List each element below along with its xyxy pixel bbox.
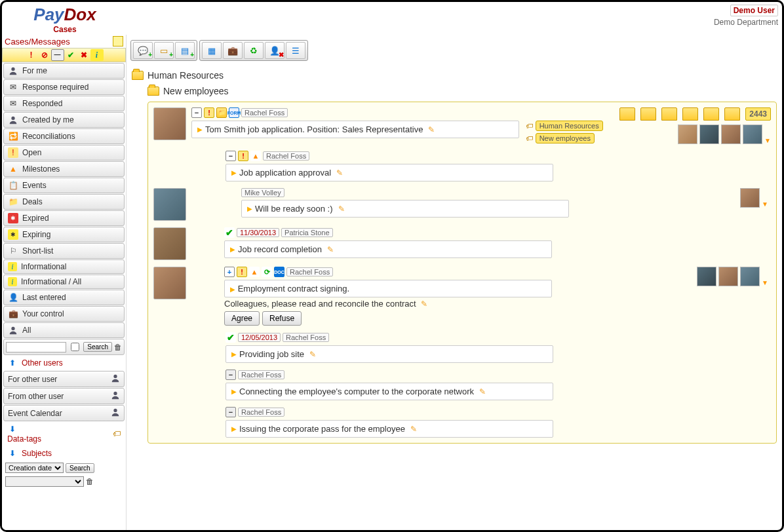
participants-dropdown-icon[interactable]: ▼ — [762, 279, 768, 286]
sidebar-subjects[interactable]: ⬇Subjects — [3, 446, 125, 461]
delete-search-icon[interactable]: 🗑 — [114, 343, 122, 352]
breadcrumb-sub[interactable]: New employees — [147, 86, 777, 96]
sidebar-item-informational[interactable]: iInformational — [3, 259, 125, 274]
breadcrumb-root[interactable]: Human Resources — [132, 70, 777, 81]
collapse-toggle[interactable]: − — [225, 370, 236, 380]
sidebar-other-users[interactable]: ⬆Other users — [3, 356, 125, 370]
sidebar-item-milestones[interactable]: ▲Milestones — [3, 161, 125, 177]
participants-dropdown-icon[interactable]: ▼ — [764, 137, 771, 144]
delete-icon[interactable]: ✖ — [77, 49, 90, 61]
cone-icon[interactable]: ▲ — [249, 267, 260, 277]
collapse-icon[interactable]: — — [51, 49, 64, 61]
task-msg[interactable]: ▶Job record completion✎ — [224, 240, 552, 258]
task-msg[interactable]: ▶Connecting the employee's computer to t… — [225, 383, 553, 400]
task-msg[interactable]: ▶Will be ready soon :)✎ — [241, 200, 569, 218]
participant-avatar[interactable] — [721, 124, 741, 144]
participant-avatar[interactable] — [718, 267, 738, 286]
sidebar-search-button[interactable]: Search — [83, 342, 112, 352]
date-search-button[interactable]: Search — [66, 463, 94, 473]
sticky-note-icon[interactable] — [113, 36, 123, 47]
sidebar-item-created-by-me[interactable]: Created by me — [3, 112, 125, 128]
author-chip[interactable]: Rachel Foss — [241, 108, 288, 117]
collapse-toggle[interactable]: − — [225, 151, 236, 161]
sidebar-item-all[interactable]: All — [3, 322, 125, 338]
case-title-box[interactable]: ▶ Tom Smith job application. Position: S… — [191, 121, 519, 138]
tag-new-emp[interactable]: New employees — [536, 133, 595, 143]
sidebar-from-other-user[interactable]: From other user — [3, 388, 125, 404]
sidebar-item-short-list[interactable]: ⚐Short-list — [3, 243, 125, 259]
task-msg[interactable]: ▶Providing job site✎ — [225, 345, 553, 363]
collapse-toggle[interactable]: − — [225, 407, 236, 417]
author-chip[interactable]: Patricia Stone — [281, 228, 332, 237]
avatar[interactable] — [153, 188, 186, 221]
calendar-button[interactable]: ▦ — [202, 42, 222, 59]
current-user-link[interactable]: Demo User — [730, 5, 778, 16]
author-chip[interactable]: Rachel Foss — [238, 370, 284, 379]
check-icon[interactable]: ✔ — [64, 49, 77, 61]
priority-icon[interactable]: ! — [204, 107, 214, 118]
folder-action-icon[interactable] — [724, 107, 740, 121]
edit-icon[interactable]: ✎ — [428, 125, 435, 134]
edit-icon[interactable]: ✎ — [421, 299, 427, 309]
cone-icon[interactable]: ▲ — [250, 151, 261, 161]
participant-avatar[interactable] — [697, 267, 716, 286]
sidebar-item-your-control[interactable]: 💼Your control — [3, 306, 125, 322]
participant-avatar[interactable] — [699, 124, 719, 144]
sidebar-search-input[interactable] — [6, 342, 66, 352]
list-button[interactable]: ☰ — [286, 42, 305, 59]
author-chip[interactable]: Mike Volley — [241, 188, 284, 197]
filter-select[interactable] — [5, 476, 84, 487]
folder-action-icon[interactable] — [661, 107, 677, 121]
expand-toggle[interactable]: + — [224, 267, 235, 277]
folder-small-icon[interactable]: 📁 — [216, 107, 227, 118]
author-chip[interactable]: Rachel Foss — [286, 267, 333, 276]
edit-icon[interactable]: ✎ — [309, 350, 316, 359]
refuse-button[interactable]: Refuse — [262, 311, 302, 326]
edit-icon[interactable]: ✎ — [327, 245, 334, 254]
creation-date-select[interactable]: Creation date — [5, 463, 64, 473]
briefcase-button[interactable]: 💼 — [223, 42, 243, 59]
info-icon[interactable]: i — [90, 49, 104, 61]
agree-button[interactable]: Agree — [224, 311, 260, 326]
avatar[interactable] — [153, 227, 186, 260]
sidebar-item-reconciliations[interactable]: 🔁Reconciliations — [3, 128, 125, 144]
sidebar-event-calendar[interactable]: Event Calendar — [3, 405, 125, 421]
participant-avatar[interactable] — [740, 267, 760, 286]
tag-hr[interactable]: Human Resources — [536, 121, 603, 131]
folder-action-icon[interactable] — [682, 107, 698, 121]
priority-icon[interactable]: ! — [238, 151, 248, 161]
done-icon[interactable]: ✔ — [225, 332, 236, 343]
collapse-toggle[interactable]: − — [191, 107, 202, 118]
edit-icon[interactable]: ✎ — [338, 204, 345, 214]
doc-icon[interactable]: DOC — [274, 267, 284, 277]
folder-action-icon[interactable] — [640, 107, 656, 121]
sidebar-item-open[interactable]: !Open — [3, 145, 125, 161]
recycle-button[interactable]: ♻ — [244, 42, 264, 59]
folder-action-icon[interactable] — [619, 107, 635, 121]
participant-avatar[interactable] — [743, 124, 762, 144]
form-icon[interactable]: FORM — [229, 107, 239, 118]
author-chip[interactable]: Rachel Foss — [238, 408, 284, 417]
avatar[interactable] — [153, 267, 186, 299]
sidebar-title[interactable]: Cases/Messages — [5, 37, 70, 47]
sidebar-item-informational-all[interactable]: iInformational / All — [3, 275, 125, 289]
folder-action-icon[interactable] — [703, 107, 719, 121]
author-chip[interactable]: Rachel Foss — [263, 151, 309, 161]
sidebar-item-for-me[interactable]: For me — [3, 63, 125, 79]
edit-icon[interactable]: ✎ — [336, 168, 343, 178]
new-window-button[interactable]: ▤+ — [175, 42, 195, 59]
sidebar-for-other-user[interactable]: For other user — [3, 371, 125, 387]
task-msg[interactable]: ▶Job application approval✎ — [225, 164, 553, 181]
author-chip[interactable]: Rachel Foss — [283, 333, 329, 342]
sidebar-data-tags[interactable]: ⬇Data-tags🏷 — [3, 422, 125, 446]
sidebar-item-responded[interactable]: ✉Responded — [3, 96, 125, 111]
new-card-button[interactable]: ▭+ — [154, 42, 174, 59]
new-message-button[interactable]: 💬+ — [133, 42, 153, 59]
task-msg[interactable]: ▶ Employment contract signing. — [224, 280, 552, 297]
participants-dropdown-icon[interactable]: ▼ — [762, 200, 768, 208]
task-msg[interactable]: ▶Issuing the corporate pass for the empl… — [225, 420, 553, 438]
sidebar-item-expiring[interactable]: ✱Expiring — [3, 227, 125, 242]
participant-avatar[interactable] — [678, 124, 697, 144]
done-icon[interactable]: ✔ — [224, 227, 235, 238]
sidebar-item-events[interactable]: 📋Events — [3, 178, 125, 193]
